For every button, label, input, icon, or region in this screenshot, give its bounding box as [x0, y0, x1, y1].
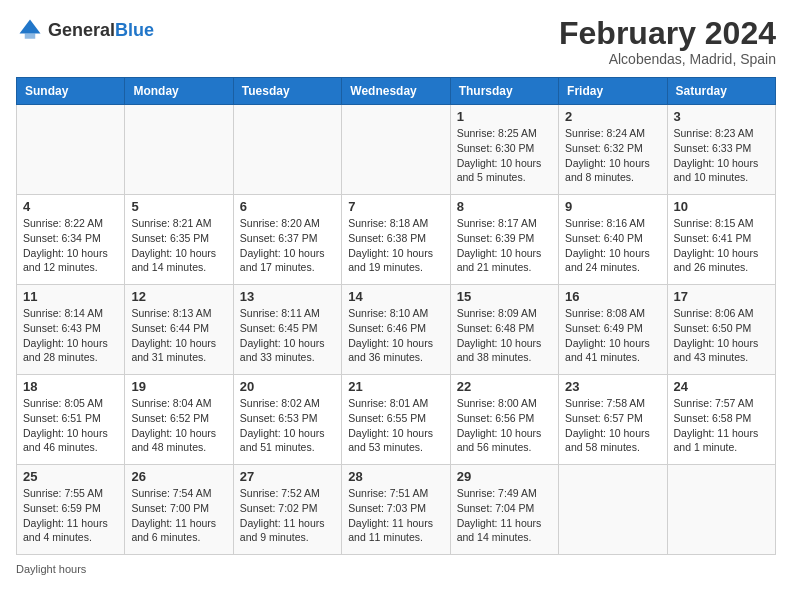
calendar-cell [17, 105, 125, 195]
calendar-cell: 3Sunrise: 8:23 AM Sunset: 6:33 PM Daylig… [667, 105, 775, 195]
day-info: Sunrise: 8:21 AM Sunset: 6:35 PM Dayligh… [131, 216, 226, 275]
calendar-cell: 14Sunrise: 8:10 AM Sunset: 6:46 PM Dayli… [342, 285, 450, 375]
calendar-header: SundayMondayTuesdayWednesdayThursdayFrid… [17, 78, 776, 105]
logo-general: General [48, 20, 115, 40]
calendar-cell [559, 465, 667, 555]
calendar-body: 1Sunrise: 8:25 AM Sunset: 6:30 PM Daylig… [17, 105, 776, 555]
calendar-cell: 19Sunrise: 8:04 AM Sunset: 6:52 PM Dayli… [125, 375, 233, 465]
day-number: 13 [240, 289, 335, 304]
day-info: Sunrise: 8:14 AM Sunset: 6:43 PM Dayligh… [23, 306, 118, 365]
day-info: Sunrise: 8:17 AM Sunset: 6:39 PM Dayligh… [457, 216, 552, 275]
day-number: 6 [240, 199, 335, 214]
week-row-3: 11Sunrise: 8:14 AM Sunset: 6:43 PM Dayli… [17, 285, 776, 375]
day-info: Sunrise: 8:25 AM Sunset: 6:30 PM Dayligh… [457, 126, 552, 185]
calendar-cell: 10Sunrise: 8:15 AM Sunset: 6:41 PM Dayli… [667, 195, 775, 285]
calendar-cell: 25Sunrise: 7:55 AM Sunset: 6:59 PM Dayli… [17, 465, 125, 555]
main-title: February 2024 [559, 16, 776, 51]
day-number: 7 [348, 199, 443, 214]
calendar-cell: 16Sunrise: 8:08 AM Sunset: 6:49 PM Dayli… [559, 285, 667, 375]
calendar-cell: 15Sunrise: 8:09 AM Sunset: 6:48 PM Dayli… [450, 285, 558, 375]
day-info: Sunrise: 8:11 AM Sunset: 6:45 PM Dayligh… [240, 306, 335, 365]
day-number: 22 [457, 379, 552, 394]
calendar-cell: 29Sunrise: 7:49 AM Sunset: 7:04 PM Dayli… [450, 465, 558, 555]
day-info: Sunrise: 8:24 AM Sunset: 6:32 PM Dayligh… [565, 126, 660, 185]
svg-rect-2 [25, 34, 36, 39]
column-header-tuesday: Tuesday [233, 78, 341, 105]
calendar-cell: 4Sunrise: 8:22 AM Sunset: 6:34 PM Daylig… [17, 195, 125, 285]
svg-marker-1 [20, 20, 41, 34]
logo-icon [16, 16, 44, 44]
column-header-sunday: Sunday [17, 78, 125, 105]
day-info: Sunrise: 8:02 AM Sunset: 6:53 PM Dayligh… [240, 396, 335, 455]
column-header-monday: Monday [125, 78, 233, 105]
calendar-cell [667, 465, 775, 555]
calendar-cell [233, 105, 341, 195]
day-info: Sunrise: 8:20 AM Sunset: 6:37 PM Dayligh… [240, 216, 335, 275]
column-header-wednesday: Wednesday [342, 78, 450, 105]
calendar-cell: 18Sunrise: 8:05 AM Sunset: 6:51 PM Dayli… [17, 375, 125, 465]
week-row-4: 18Sunrise: 8:05 AM Sunset: 6:51 PM Dayli… [17, 375, 776, 465]
column-header-saturday: Saturday [667, 78, 775, 105]
calendar-cell: 5Sunrise: 8:21 AM Sunset: 6:35 PM Daylig… [125, 195, 233, 285]
logo-blue: Blue [115, 20, 154, 40]
calendar-cell: 7Sunrise: 8:18 AM Sunset: 6:38 PM Daylig… [342, 195, 450, 285]
calendar-cell: 1Sunrise: 8:25 AM Sunset: 6:30 PM Daylig… [450, 105, 558, 195]
week-row-2: 4Sunrise: 8:22 AM Sunset: 6:34 PM Daylig… [17, 195, 776, 285]
calendar-cell: 6Sunrise: 8:20 AM Sunset: 6:37 PM Daylig… [233, 195, 341, 285]
day-number: 10 [674, 199, 769, 214]
day-info: Sunrise: 7:58 AM Sunset: 6:57 PM Dayligh… [565, 396, 660, 455]
day-number: 2 [565, 109, 660, 124]
day-number: 15 [457, 289, 552, 304]
day-number: 19 [131, 379, 226, 394]
day-info: Sunrise: 8:00 AM Sunset: 6:56 PM Dayligh… [457, 396, 552, 455]
day-info: Sunrise: 8:05 AM Sunset: 6:51 PM Dayligh… [23, 396, 118, 455]
week-row-1: 1Sunrise: 8:25 AM Sunset: 6:30 PM Daylig… [17, 105, 776, 195]
title-area: February 2024 Alcobendas, Madrid, Spain [559, 16, 776, 67]
day-info: Sunrise: 7:49 AM Sunset: 7:04 PM Dayligh… [457, 486, 552, 545]
daylight-label: Daylight hours [16, 563, 86, 575]
header-row: SundayMondayTuesdayWednesdayThursdayFrid… [17, 78, 776, 105]
day-info: Sunrise: 8:09 AM Sunset: 6:48 PM Dayligh… [457, 306, 552, 365]
calendar-cell: 21Sunrise: 8:01 AM Sunset: 6:55 PM Dayli… [342, 375, 450, 465]
day-info: Sunrise: 8:16 AM Sunset: 6:40 PM Dayligh… [565, 216, 660, 275]
day-info: Sunrise: 7:52 AM Sunset: 7:02 PM Dayligh… [240, 486, 335, 545]
subtitle: Alcobendas, Madrid, Spain [559, 51, 776, 67]
day-number: 16 [565, 289, 660, 304]
day-info: Sunrise: 8:08 AM Sunset: 6:49 PM Dayligh… [565, 306, 660, 365]
day-number: 24 [674, 379, 769, 394]
day-info: Sunrise: 7:57 AM Sunset: 6:58 PM Dayligh… [674, 396, 769, 455]
day-number: 18 [23, 379, 118, 394]
calendar-cell: 22Sunrise: 8:00 AM Sunset: 6:56 PM Dayli… [450, 375, 558, 465]
column-header-thursday: Thursday [450, 78, 558, 105]
day-info: Sunrise: 8:10 AM Sunset: 6:46 PM Dayligh… [348, 306, 443, 365]
day-number: 3 [674, 109, 769, 124]
calendar-cell: 26Sunrise: 7:54 AM Sunset: 7:00 PM Dayli… [125, 465, 233, 555]
day-number: 27 [240, 469, 335, 484]
calendar-cell: 28Sunrise: 7:51 AM Sunset: 7:03 PM Dayli… [342, 465, 450, 555]
week-row-5: 25Sunrise: 7:55 AM Sunset: 6:59 PM Dayli… [17, 465, 776, 555]
day-info: Sunrise: 8:23 AM Sunset: 6:33 PM Dayligh… [674, 126, 769, 185]
day-number: 1 [457, 109, 552, 124]
logo: GeneralBlue [16, 16, 154, 44]
logo-text: GeneralBlue [48, 20, 154, 41]
day-number: 5 [131, 199, 226, 214]
day-info: Sunrise: 8:13 AM Sunset: 6:44 PM Dayligh… [131, 306, 226, 365]
day-number: 9 [565, 199, 660, 214]
day-number: 17 [674, 289, 769, 304]
day-info: Sunrise: 7:55 AM Sunset: 6:59 PM Dayligh… [23, 486, 118, 545]
day-info: Sunrise: 8:18 AM Sunset: 6:38 PM Dayligh… [348, 216, 443, 275]
day-number: 11 [23, 289, 118, 304]
day-info: Sunrise: 8:15 AM Sunset: 6:41 PM Dayligh… [674, 216, 769, 275]
header: GeneralBlue February 2024 Alcobendas, Ma… [16, 16, 776, 67]
calendar-cell: 20Sunrise: 8:02 AM Sunset: 6:53 PM Dayli… [233, 375, 341, 465]
calendar-cell: 17Sunrise: 8:06 AM Sunset: 6:50 PM Dayli… [667, 285, 775, 375]
calendar-cell: 13Sunrise: 8:11 AM Sunset: 6:45 PM Dayli… [233, 285, 341, 375]
calendar-cell: 9Sunrise: 8:16 AM Sunset: 6:40 PM Daylig… [559, 195, 667, 285]
day-number: 26 [131, 469, 226, 484]
day-number: 12 [131, 289, 226, 304]
day-number: 28 [348, 469, 443, 484]
calendar-cell: 23Sunrise: 7:58 AM Sunset: 6:57 PM Dayli… [559, 375, 667, 465]
day-info: Sunrise: 7:54 AM Sunset: 7:00 PM Dayligh… [131, 486, 226, 545]
day-number: 23 [565, 379, 660, 394]
calendar-cell: 27Sunrise: 7:52 AM Sunset: 7:02 PM Dayli… [233, 465, 341, 555]
